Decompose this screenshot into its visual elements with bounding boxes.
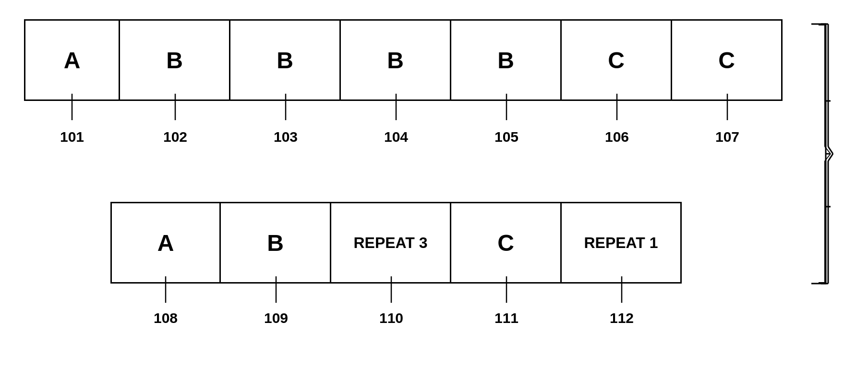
cell-111: C [451, 202, 562, 284]
label-107: 107 [715, 129, 739, 145]
label-105: 105 [494, 129, 518, 145]
label-110: 110 [379, 310, 403, 326]
label-108: 108 [154, 310, 178, 326]
label-112: 112 [610, 310, 634, 326]
svg-line-3 [828, 154, 833, 161]
label-104: 104 [384, 129, 408, 145]
cell-103: B [230, 19, 341, 101]
cell-102: B [120, 19, 230, 101]
svg-line-2 [828, 147, 833, 154]
label-103: 103 [274, 129, 298, 145]
cell-105: B [451, 19, 562, 101]
bottom-labels: 108 109 110 111 112 [110, 310, 687, 326]
cell-112: REPEAT 1 [562, 202, 682, 284]
label-111: 111 [494, 310, 518, 326]
diagram-container: A B B B B C C 101 102 103 [14, 10, 840, 375]
top-row: A B B B B C C [24, 19, 783, 101]
label-106: 106 [605, 129, 629, 145]
cell-108: A [110, 202, 221, 284]
label-101: 101 [60, 129, 84, 145]
cell-106: C [562, 19, 672, 101]
label-102: 102 [163, 129, 187, 145]
cell-104: B [341, 19, 451, 101]
cell-101: A [24, 19, 120, 101]
cell-110: REPEAT 3 [331, 202, 451, 284]
cell-109: B [221, 202, 331, 284]
bottom-row: A B REPEAT 3 C REPEAT 1 [110, 202, 763, 284]
label-109: 109 [264, 310, 288, 326]
top-labels: 101 102 103 104 105 106 107 [24, 129, 783, 145]
right-brace [792, 19, 835, 288]
cell-107: C [672, 19, 783, 101]
